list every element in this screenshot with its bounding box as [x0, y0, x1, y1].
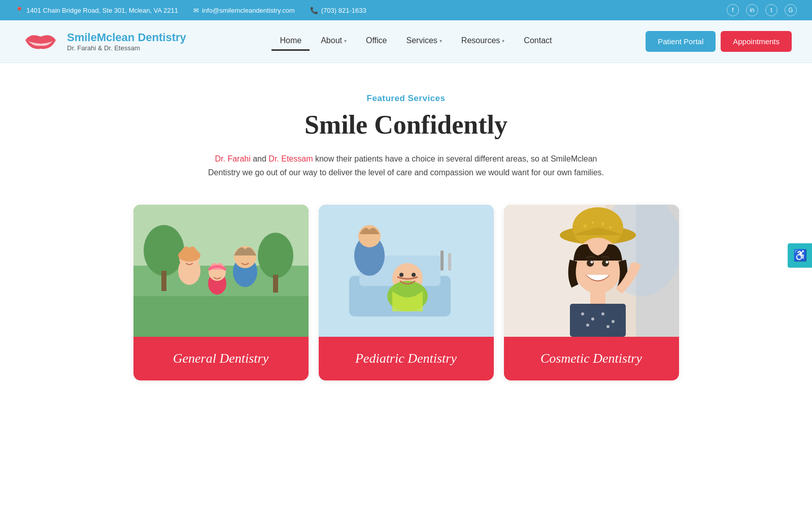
accessibility-button[interactable]: ♿ — [788, 243, 812, 268]
logo-text: SmileMclean Dentistry Dr. Farahi & Dr. E… — [67, 31, 186, 52]
dr-farahi-link[interactable]: Dr. Farahi — [215, 154, 251, 163]
top-bar-contact: 📍 1401 Chain Bridge Road, Ste 301, Mclea… — [15, 7, 366, 14]
nav-about[interactable]: About ▾ — [313, 32, 355, 51]
nav-services[interactable]: Services ▾ — [398, 32, 450, 51]
svg-point-38 — [602, 260, 609, 267]
facebook-icon[interactable]: f — [727, 4, 739, 16]
twitter-icon[interactable]: t — [765, 4, 777, 16]
svg-point-35 — [609, 227, 612, 229]
svg-rect-4 — [161, 271, 166, 291]
general-dentistry-card[interactable]: General Dentistry — [133, 205, 309, 380]
phone-item[interactable]: 📞 (703) 821-1633 — [310, 7, 366, 14]
resources-chevron: ▾ — [502, 38, 504, 44]
pediatric-dentistry-card[interactable]: Pediatric Dentistry — [319, 205, 494, 380]
svg-point-45 — [601, 312, 604, 315]
cosmetic-dentistry-label: Cosmetic Dentistry — [504, 337, 679, 380]
svg-point-39 — [590, 261, 593, 264]
desc-connector: and — [253, 154, 268, 163]
social-links: f in t G — [727, 4, 797, 16]
svg-point-3 — [144, 225, 184, 276]
email-text: info@smilemcleandentistry.com — [202, 7, 295, 14]
svg-point-24 — [399, 273, 403, 277]
header-buttons: Patient Portal Appointments — [646, 31, 792, 52]
dr-etessam-link[interactable]: Dr. Etessam — [268, 154, 313, 163]
svg-point-40 — [605, 261, 608, 264]
top-bar: 📍 1401 Chain Bridge Road, Ste 301, Mclea… — [0, 0, 812, 20]
main-content: Featured Services Smile Confidently Dr. … — [0, 63, 812, 411]
nav-office[interactable]: Office — [358, 32, 395, 51]
svg-point-33 — [591, 221, 594, 224]
general-dentistry-image — [133, 205, 309, 337]
accessibility-icon: ♿ — [793, 249, 807, 262]
svg-point-37 — [587, 260, 594, 267]
appointments-button[interactable]: Appointments — [721, 31, 792, 52]
svg-point-43 — [581, 312, 584, 315]
main-nav: Home About ▾ Office Services ▾ Resources… — [272, 32, 560, 51]
svg-point-34 — [601, 222, 604, 226]
services-chevron: ▾ — [439, 38, 442, 44]
svg-rect-1 — [133, 296, 309, 337]
logo-icon — [20, 27, 61, 55]
email-icon: ✉ — [193, 7, 199, 14]
email-item[interactable]: ✉ info@smilemcleandentistry.com — [193, 7, 295, 14]
svg-point-32 — [584, 225, 587, 228]
logo-area: SmileMclean Dentistry Dr. Farahi & Dr. E… — [20, 27, 186, 55]
nav-contact[interactable]: Contact — [516, 32, 560, 51]
pediatric-dentistry-label: Pediatric Dentistry — [319, 337, 494, 380]
nav-resources[interactable]: Resources ▾ — [453, 32, 513, 51]
pediatric-dentistry-image — [319, 205, 494, 337]
address-text: 1401 Chain Bridge Road, Ste 301, Mclean,… — [26, 7, 178, 14]
svg-point-21 — [358, 225, 381, 247]
google-icon[interactable]: G — [785, 4, 797, 16]
svg-rect-29 — [636, 205, 679, 337]
featured-label: Featured Services — [20, 93, 792, 104]
service-cards: General Dentistry — [20, 205, 792, 380]
about-chevron: ▾ — [344, 38, 347, 44]
svg-point-48 — [606, 325, 610, 328]
header: SmileMclean Dentistry Dr. Farahi & Dr. E… — [0, 20, 812, 63]
address-item: 📍 1401 Chain Bridge Road, Ste 301, Mclea… — [15, 7, 178, 14]
phone-text: (703) 821-1633 — [321, 7, 366, 14]
svg-point-47 — [586, 324, 589, 327]
svg-point-44 — [591, 317, 594, 321]
svg-rect-23 — [448, 253, 451, 271]
general-dentistry-label: General Dentistry — [133, 337, 309, 380]
main-description: Dr. Farahi and Dr. Etessam know their pa… — [203, 152, 609, 179]
patient-portal-button[interactable]: Patient Portal — [646, 31, 716, 52]
location-icon: 📍 — [15, 7, 23, 14]
svg-point-46 — [612, 320, 615, 323]
svg-rect-22 — [441, 250, 444, 271]
cosmetic-dentistry-card[interactable]: Cosmetic Dentistry — [504, 205, 679, 380]
main-heading: Smile Confidently — [20, 110, 792, 140]
svg-rect-42 — [570, 304, 626, 337]
instagram-icon[interactable]: in — [746, 4, 758, 16]
phone-icon: 📞 — [310, 7, 318, 14]
cosmetic-dentistry-image — [504, 205, 679, 337]
logo-title: SmileMclean Dentistry — [67, 31, 186, 44]
svg-rect-6 — [273, 275, 278, 293]
nav-home[interactable]: Home — [272, 32, 310, 51]
svg-point-25 — [412, 273, 416, 277]
logo-subtitle: Dr. Farahi & Dr. Etessam — [67, 44, 186, 52]
svg-point-5 — [258, 233, 293, 278]
